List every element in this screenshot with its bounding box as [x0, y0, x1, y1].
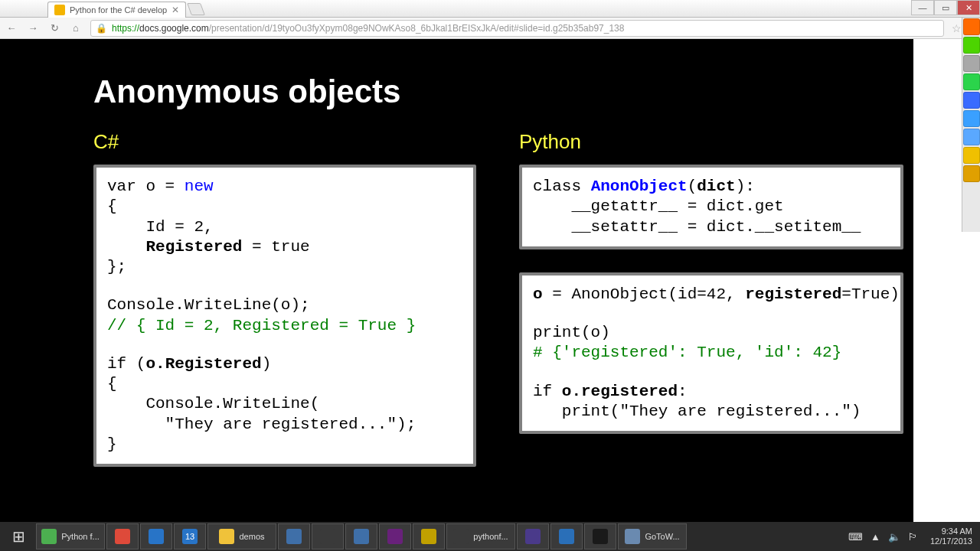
- python-code-usage: o = AnonObject(id=42, registered=True) p…: [519, 272, 903, 434]
- home-button[interactable]: ⌂: [69, 22, 83, 34]
- lock-icon: 🔒: [96, 23, 107, 34]
- url-scheme: https://: [112, 23, 139, 34]
- address-bar[interactable]: 🔒 https://docs.google.com/presentation/d…: [90, 20, 944, 37]
- url-path: /presentation/d/19tyoOu3fyXpym08ge9NOwKA…: [209, 23, 625, 34]
- ext-icon-7[interactable]: [963, 129, 980, 145]
- browser-tab[interactable]: Python for the C# develop ✕: [47, 2, 186, 18]
- tray-flag-icon[interactable]: 🏳: [908, 531, 918, 543]
- ext-icon-2[interactable]: [963, 37, 980, 54]
- tray-chevron-icon[interactable]: ▲: [871, 531, 880, 543]
- clock-date: 12/17/2013: [930, 536, 972, 546]
- task-gmail[interactable]: [106, 523, 139, 549]
- task-eclipse[interactable]: [517, 523, 549, 549]
- start-button[interactable]: ⊞: [2, 523, 34, 549]
- task-pythonf[interactable]: pythonf...: [446, 523, 515, 549]
- window-minimize[interactable]: —: [911, 0, 934, 15]
- ext-icon-8[interactable]: [963, 147, 980, 164]
- python-label: Python: [519, 130, 903, 154]
- python-code-class: class AnonObject(dict): __getattr__ = di…: [519, 165, 903, 249]
- task-gotowebinar[interactable]: GoToW...: [618, 523, 687, 549]
- csharp-label: C#: [93, 130, 476, 154]
- slide-viewport: Anonymous objects C# var o = new { Id = …: [0, 39, 913, 522]
- task-explorer[interactable]: demos: [207, 523, 276, 549]
- reload-button[interactable]: ↻: [47, 22, 61, 34]
- ext-icon-5[interactable]: [963, 92, 980, 109]
- window-titlebar: Python for the C# develop ✕ — ▭ ✕: [0, 0, 980, 18]
- task-cmd[interactable]: [584, 523, 616, 549]
- tab-close-icon[interactable]: ✕: [172, 5, 179, 15]
- ext-icon-9[interactable]: [963, 165, 980, 182]
- system-tray[interactable]: ⌨ ▲ 🔈 🏳: [842, 531, 924, 543]
- slide-title: Anonymous objects: [93, 73, 897, 110]
- taskbar: ⊞ Python f... 13 demos pythonf... GoToW.…: [0, 522, 980, 551]
- ext-icon-1[interactable]: [963, 18, 980, 35]
- csharp-code: var o = new { Id = 2, Registered = true …: [93, 165, 476, 467]
- task-chrome[interactable]: Python f...: [36, 523, 105, 549]
- ext-icon-4[interactable]: [963, 73, 980, 90]
- forward-button[interactable]: →: [26, 22, 40, 34]
- task-word[interactable]: [140, 523, 172, 549]
- url-host: docs.google.com: [139, 23, 209, 34]
- bookmark-icon[interactable]: ☆: [952, 22, 962, 34]
- ext-icon-6[interactable]: [963, 110, 980, 127]
- task-app-6[interactable]: [278, 523, 310, 549]
- slides-favicon: [54, 5, 65, 15]
- tray-volume-icon[interactable]: 🔈: [888, 531, 900, 543]
- taskbar-clock[interactable]: 9:34 AM 12/17/2013: [924, 527, 978, 546]
- clock-time: 9:34 AM: [930, 527, 972, 536]
- ext-icon-3[interactable]: [963, 55, 980, 72]
- task-visualstudio[interactable]: [379, 523, 411, 549]
- browser-toolbar: ← → ↻ ⌂ 🔒 https://docs.google.com/presen…: [0, 18, 980, 39]
- tray-keyboard-icon[interactable]: ⌨: [848, 531, 863, 543]
- task-app-7[interactable]: [312, 523, 344, 549]
- window-close[interactable]: ✕: [957, 0, 980, 15]
- tab-title: Python for the C# develop: [70, 5, 167, 15]
- task-pandora[interactable]: [550, 523, 583, 549]
- extension-sidebar: [962, 18, 980, 232]
- window-maximize[interactable]: ▭: [934, 0, 957, 15]
- task-pycharm[interactable]: [413, 523, 445, 549]
- task-calendar[interactable]: 13: [174, 523, 206, 549]
- back-button[interactable]: ←: [5, 22, 18, 34]
- task-app-8[interactable]: [345, 523, 377, 549]
- new-tab-button[interactable]: [187, 3, 205, 15]
